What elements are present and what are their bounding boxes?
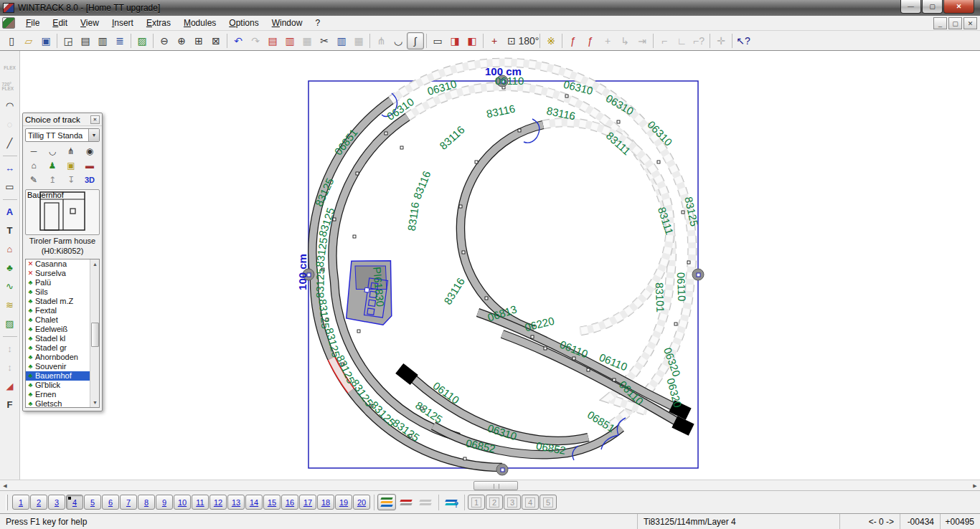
print-setup-button[interactable]: ▥ bbox=[94, 32, 111, 49]
move-element-button[interactable]: + bbox=[486, 32, 503, 49]
layer-button[interactable]: 2 bbox=[30, 495, 47, 510]
menu-item[interactable]: Edit bbox=[46, 16, 74, 29]
layer-button[interactable]: 17 bbox=[299, 495, 316, 510]
properties-button[interactable]: ▭ bbox=[429, 32, 446, 49]
layer-button[interactable]: 1 bbox=[12, 495, 29, 510]
menu-item[interactable]: ? bbox=[308, 16, 326, 29]
list-item[interactable]: Surselva bbox=[26, 269, 90, 278]
open-file-button[interactable]: ▱ bbox=[20, 32, 37, 49]
redo-button[interactable]: ↷ bbox=[247, 32, 264, 49]
list-item[interactable]: Ernen bbox=[26, 390, 90, 399]
layer-button[interactable]: 4 bbox=[66, 495, 83, 510]
list-item[interactable]: Bauernhof bbox=[26, 371, 90, 381]
layer-button[interactable]: 7 bbox=[120, 495, 137, 510]
list-item[interactable]: Souvenir bbox=[26, 362, 90, 371]
rotate-180-button[interactable]: 180° bbox=[520, 32, 537, 49]
menu-item[interactable]: View bbox=[74, 16, 105, 29]
track-system-dropdown[interactable]: Tillig TT Standa ▾ bbox=[25, 128, 100, 142]
zoom-window-button[interactable]: ⊞ bbox=[190, 32, 207, 49]
connect-track-button[interactable]: ƒ bbox=[565, 32, 582, 49]
bring-front-button[interactable]: ◨ bbox=[446, 32, 463, 49]
layer-button[interactable]: 9 bbox=[156, 495, 173, 510]
vdim-button[interactable]: ↕ bbox=[1, 340, 19, 357]
current-layer-button[interactable] bbox=[397, 494, 415, 510]
profile-tool-button[interactable]: F bbox=[1, 396, 19, 413]
endpoint2-button[interactable]: ∟ bbox=[673, 32, 690, 49]
turnout-tool-button[interactable]: ⋔ bbox=[372, 32, 390, 49]
image-tool-button[interactable]: ▨ bbox=[1, 315, 19, 332]
new-rect-button[interactable]: ▭ bbox=[1, 178, 19, 195]
height-label-button[interactable]: T bbox=[1, 221, 19, 239]
cut-button[interactable]: ✂ bbox=[316, 32, 333, 49]
curve-tool-button[interactable]: ◡ bbox=[390, 32, 407, 49]
vdim-400-button[interactable]: ↕ bbox=[1, 358, 19, 376]
scroll-up-icon[interactable]: ▲ bbox=[90, 259, 100, 269]
save-button[interactable]: ▣ bbox=[37, 32, 55, 49]
insert-new-button[interactable]: ※ bbox=[542, 32, 560, 49]
curve-track-icon[interactable]: ◡ bbox=[43, 144, 62, 158]
layer-button[interactable]: 10 bbox=[174, 495, 191, 510]
figures-icon[interactable]: ♟ bbox=[43, 158, 62, 173]
horizontal-scrollbar[interactable]: ◀ ▶ bbox=[0, 480, 980, 490]
print-preview-button[interactable]: ◲ bbox=[60, 32, 77, 49]
mdi-close-button[interactable]: ✕ bbox=[963, 17, 977, 29]
tree-tool-button[interactable]: ♣ bbox=[1, 259, 19, 276]
scroll-right-icon[interactable]: ▶ bbox=[970, 481, 980, 490]
solid-inner-loop[interactable] bbox=[461, 125, 543, 330]
menu-item[interactable]: Window bbox=[265, 16, 309, 29]
connect-split-button[interactable]: ƒ bbox=[582, 32, 599, 49]
layer-button[interactable]: 13 bbox=[227, 495, 245, 510]
endpoint-query-button[interactable]: ⌐? bbox=[690, 32, 707, 49]
list-scrollbar[interactable]: ▲ ▼ bbox=[90, 259, 99, 407]
show-all-layers-button[interactable] bbox=[377, 494, 396, 510]
layer-button[interactable]: 14 bbox=[245, 495, 263, 510]
new-file-button[interactable]: ▯ bbox=[3, 32, 20, 49]
layer-button[interactable]: 15 bbox=[263, 495, 281, 510]
turntable-icon[interactable]: ◉ bbox=[80, 144, 99, 158]
copy-button[interactable]: ▥ bbox=[333, 32, 350, 49]
list-item[interactable]: Stadel gr bbox=[26, 343, 90, 353]
paste-button[interactable]: ▦ bbox=[350, 32, 367, 49]
scroll-down-icon[interactable]: ▼ bbox=[90, 398, 100, 407]
title-bar[interactable]: WINTRACK 8.0 - [Home TT upgrade] — ▢ ✕ bbox=[0, 0, 980, 16]
signal-icon[interactable]: ✎ bbox=[24, 173, 43, 187]
turnout-icon[interactable]: ⋔ bbox=[62, 144, 80, 158]
menu-item[interactable]: Options bbox=[222, 16, 265, 29]
list-item[interactable]: Fextal bbox=[26, 306, 90, 315]
image-view-button[interactable]: ▨ bbox=[133, 32, 151, 49]
zoom-fit-button[interactable]: ⊠ bbox=[207, 32, 225, 49]
slope-tool-button[interactable]: ◢ bbox=[1, 377, 19, 394]
print-button[interactable]: ▤ bbox=[77, 32, 94, 49]
dimension-button[interactable]: ↔ bbox=[1, 159, 19, 176]
close-button[interactable]: ✕ bbox=[943, 0, 974, 14]
layer-button[interactable]: 3 bbox=[48, 495, 65, 510]
join-plus-button[interactable]: + bbox=[599, 32, 616, 49]
parts-list-button[interactable]: ≣ bbox=[111, 32, 128, 49]
mdi-minimize-button[interactable]: _ bbox=[933, 17, 947, 29]
panel-title-bar[interactable]: Choice of track ✕ bbox=[23, 113, 102, 126]
layer-button[interactable]: 8 bbox=[138, 495, 155, 510]
compress-button[interactable]: ✛ bbox=[712, 32, 730, 49]
list-item[interactable]: Stadel m.Z bbox=[26, 297, 90, 306]
send-back-button[interactable]: ◧ bbox=[463, 32, 481, 49]
list-item[interactable]: Gletsch bbox=[26, 399, 90, 408]
zoom-out-button[interactable]: ⊖ bbox=[156, 32, 173, 49]
restore-button[interactable]: ▢ bbox=[922, 0, 943, 14]
house-tool-button[interactable]: ⌂ bbox=[1, 240, 19, 257]
menu-item[interactable]: Extras bbox=[140, 16, 177, 29]
frames-icon[interactable]: ▣ bbox=[62, 158, 80, 173]
polyline-tool-button[interactable]: ∿ bbox=[1, 277, 19, 295]
solid-sidings[interactable] bbox=[413, 313, 682, 454]
list-item[interactable]: Palü bbox=[26, 278, 90, 287]
menu-item[interactable]: Insert bbox=[105, 16, 140, 29]
mdi-restore-button[interactable]: ▢ bbox=[948, 17, 962, 29]
menu-item[interactable]: Modules bbox=[177, 16, 222, 29]
view-3d-button[interactable]: 3D bbox=[80, 173, 99, 187]
text-tool-button[interactable]: A bbox=[1, 203, 19, 220]
plan-canvas[interactable]: 100 cm 100 cm 06310063100611006310063100… bbox=[20, 51, 980, 480]
h-scroll-thumb[interactable] bbox=[473, 481, 518, 490]
zoom-in-button[interactable]: ⊕ bbox=[173, 32, 190, 49]
flex-track-button[interactable]: FLEX bbox=[1, 59, 19, 77]
straight-track-icon[interactable]: ─ bbox=[24, 144, 43, 158]
building-icon[interactable]: ⌂ bbox=[24, 158, 43, 173]
